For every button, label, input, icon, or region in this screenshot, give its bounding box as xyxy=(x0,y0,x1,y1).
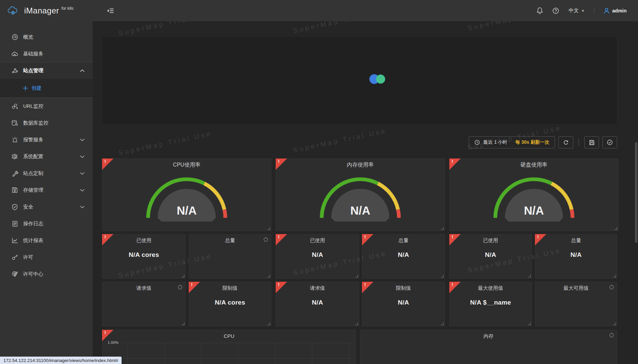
apply-button[interactable] xyxy=(602,136,617,148)
stat-card: 最大可用值 xyxy=(535,282,617,326)
sidebar-item-storage-mgmt[interactable]: 存储管理 xyxy=(0,182,93,198)
log-icon xyxy=(11,221,18,227)
panel-resize-handle[interactable] xyxy=(267,322,270,325)
stat-card-value: N/A xyxy=(535,251,617,259)
chevron-up-icon xyxy=(80,69,85,72)
stat-card-title[interactable]: 请求值 xyxy=(102,285,185,291)
help-icon[interactable] xyxy=(552,7,559,14)
username-label: admin xyxy=(612,8,627,13)
panel-resize-handle[interactable] xyxy=(613,275,616,277)
stat-card-value: N/A xyxy=(362,251,445,259)
stat-card-title[interactable]: 最大使用值 xyxy=(450,285,532,291)
sidebar-item-license[interactable]: 许可 xyxy=(0,249,93,266)
save-dashboard-button[interactable] xyxy=(584,136,599,148)
sidebar-item-security[interactable]: 安全 xyxy=(0,198,93,215)
cloud-icon xyxy=(11,51,18,57)
dashboard-controls: 最近 1 小时 每 30s 刷新一次 xyxy=(469,136,617,148)
graph-panel-title[interactable]: CPU xyxy=(102,333,356,339)
stat-card-title[interactable]: 限制值 xyxy=(362,285,445,291)
gauge-panel-title[interactable]: 内存使用率 xyxy=(276,162,445,169)
gauge-panel-title[interactable]: CPU使用率 xyxy=(102,162,271,169)
app-title: iManager xyxy=(24,6,59,15)
gauge-chart: N/A xyxy=(488,171,580,222)
exclamation-mark: ! xyxy=(104,234,106,239)
exclamation-mark: ! xyxy=(278,234,279,239)
app-logo[interactable]: iManager for k8s xyxy=(0,6,93,15)
panel-resize-handle[interactable] xyxy=(528,275,531,277)
stat-card-title[interactable]: 总量 xyxy=(535,237,617,244)
sidebar-item-label: 安全 xyxy=(23,204,33,210)
sidebar-item-site-custom[interactable]: 站点定制 xyxy=(0,165,93,182)
clock-icon xyxy=(474,140,480,145)
stat-card-value: N/A cores xyxy=(102,251,185,259)
time-range-picker[interactable]: 最近 1 小时 每 30s 刷新一次 xyxy=(469,136,555,148)
sidebar-item-create[interactable]: 创建 xyxy=(0,79,93,98)
panel-resize-handle[interactable] xyxy=(267,227,270,230)
dashboard-icon xyxy=(11,34,18,40)
stat-card: 总量 xyxy=(189,234,271,279)
time-range-label: 最近 1 小时 xyxy=(483,139,507,145)
alarm-icon xyxy=(11,137,18,143)
stat-card-title[interactable]: 限制值 xyxy=(189,285,271,291)
sidebar-item-label: 基础服务 xyxy=(23,51,43,57)
panel-loading-spinner-icon xyxy=(609,333,614,337)
panel-loading-spinner-icon xyxy=(609,285,614,289)
trial-watermark: SuperMap Trial Use xyxy=(292,127,388,154)
scrollbar-thumb[interactable] xyxy=(635,142,637,243)
stat-card-title[interactable]: 总量 xyxy=(189,237,271,244)
gridline xyxy=(238,343,238,364)
sidebar-item-url-monitor[interactable]: URL监控 xyxy=(0,98,93,115)
sidebar-item-label: 系统配置 xyxy=(23,153,43,160)
sidebar-item-site-management[interactable]: 站点管理 xyxy=(0,62,93,79)
panel-resize-handle[interactable] xyxy=(528,322,531,325)
panel-resize-handle[interactable] xyxy=(267,275,270,277)
notification-bell-icon[interactable] xyxy=(537,7,543,14)
stat-card-title[interactable]: 最大可用值 xyxy=(535,285,617,291)
user-menu[interactable]: admin xyxy=(604,8,627,14)
trial-watermark: SuperMap Trial Use xyxy=(118,130,213,157)
sidebar-item-alarm-service[interactable]: 报警服务 xyxy=(0,131,93,148)
graph-panel-title[interactable]: 内存 xyxy=(360,333,617,339)
chevron-down-icon xyxy=(80,206,85,209)
gridline xyxy=(121,358,353,359)
sidebar-item-basic-services[interactable]: 基础服务 xyxy=(0,45,93,62)
refresh-button[interactable] xyxy=(558,136,573,148)
panel-resize-handle[interactable] xyxy=(355,275,358,277)
refresh-interval-label[interactable]: 每 30s 刷新一次 xyxy=(515,139,549,145)
gauge-chart: N/A xyxy=(141,171,232,222)
panel-resize-handle[interactable] xyxy=(355,322,358,325)
stat-card-title[interactable]: 请求值 xyxy=(276,285,359,291)
exclamation-mark: ! xyxy=(452,282,453,287)
sidebar-item-stats-report[interactable]: 统计报表 xyxy=(0,232,93,249)
graph-panel: !CPU1.00%0.75% xyxy=(102,330,356,364)
stat-card-value: N/A $__name xyxy=(450,299,532,306)
panel-resize-handle[interactable] xyxy=(613,322,616,325)
sidebar-item-license-center[interactable]: 许可中心 xyxy=(0,266,93,282)
stat-card-title[interactable]: 已使用 xyxy=(102,237,185,244)
stat-card-title[interactable]: 已使用 xyxy=(276,237,359,244)
panel-resize-handle[interactable] xyxy=(441,322,444,325)
sidebar-item-overview[interactable]: 概览 xyxy=(0,29,93,45)
panel-resize-handle[interactable] xyxy=(441,227,444,230)
exclamation-mark: ! xyxy=(191,282,192,287)
gridline xyxy=(127,343,128,364)
gridline xyxy=(349,343,349,364)
stat-card-title[interactable]: 总量 xyxy=(362,237,445,244)
panel-resize-handle[interactable] xyxy=(182,322,184,325)
sidebar-item-label: 创建 xyxy=(32,85,42,91)
sidebar-item-op-logs[interactable]: 操作日志 xyxy=(0,215,93,232)
panel-resize-handle[interactable] xyxy=(441,275,444,277)
trial-watermark: SuperMap Trial Use xyxy=(118,21,213,37)
language-switcher[interactable]: 中文 ▼ xyxy=(568,7,585,14)
sidebar-collapse-icon[interactable] xyxy=(107,7,114,14)
sidebar-item-db-monitor[interactable]: 数据库监控 xyxy=(0,115,93,131)
stat-card: !已使用N/A xyxy=(449,234,532,279)
sidebar-item-system-config[interactable]: 系统配置 xyxy=(0,148,93,165)
exclamation-mark: ! xyxy=(452,234,453,239)
panel-resize-handle[interactable] xyxy=(182,275,184,277)
panel-resize-handle[interactable] xyxy=(614,227,617,230)
exclamation-mark: ! xyxy=(537,234,539,239)
stat-card-title[interactable]: 已使用 xyxy=(450,237,532,244)
gauge-panel: !CPU使用率 N/A xyxy=(102,158,271,231)
gauge-panel-title[interactable]: 硬盘使用率 xyxy=(450,162,618,169)
